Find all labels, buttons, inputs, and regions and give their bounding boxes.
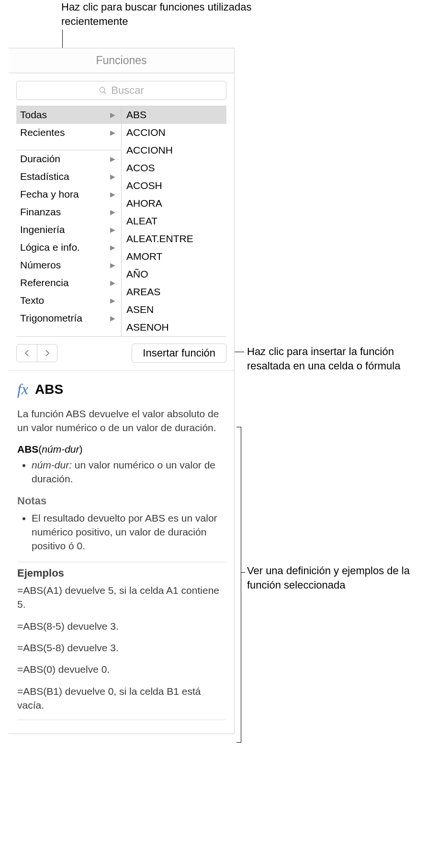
chevron-right-icon: ▶ [110,111,117,119]
nav-back-button[interactable] [17,345,37,362]
function-item[interactable]: ABS [122,106,226,124]
function-item[interactable]: ACCION [122,124,226,142]
callout-insert: Haz clic para insertar la función resalt… [247,345,419,373]
function-item[interactable]: ASEN [122,301,226,319]
notes-heading: Notas [17,495,225,507]
category-label: Ingeniería [20,224,65,235]
function-item[interactable]: AÑO [122,266,226,283]
search-placeholder: Buscar [111,84,144,97]
example-item: =ABS(0) devuelve 0. [17,662,225,676]
example-item: =ABS(A1) devuelve 5, si la celda A1 cont… [17,583,225,612]
function-item[interactable]: ACCIONH [122,142,226,159]
category-item[interactable]: Ingeniería▶ [16,221,121,239]
category-item[interactable]: Lógica e info.▶ [16,239,121,256]
function-label: ALEAT [126,215,157,227]
chevron-left-icon [24,350,30,356]
function-item[interactable]: AHORA [122,195,226,212]
divider [17,562,225,562]
parameter-list: núm-dur: un valor numérico o un valor de… [17,458,225,486]
syntax-arg: núm-dur [42,444,79,455]
function-item[interactable]: ASENOH [122,319,226,336]
parameter-item: núm-dur: un valor numérico o un valor de… [32,458,225,486]
function-item[interactable]: ACOSH [122,177,226,195]
chevron-right-icon: ▶ [110,208,117,216]
category-label: Recientes [20,127,65,138]
function-name: ABS [35,382,63,397]
function-syntax: ABS(núm-dur) [17,444,225,455]
category-label: Trigonometría [20,312,82,324]
category-label: Todas [20,109,47,121]
chevron-right-icon: ▶ [110,297,117,304]
note-item: El resultado devuelto por ABS es un valo… [32,511,225,553]
category-item[interactable]: Trigonometría▶ [16,310,121,327]
chevron-right-icon: ▶ [110,244,117,251]
functions-panel: Funciones Buscar Todas▶Recientes▶Duració… [9,48,235,734]
function-item[interactable]: AMORT [122,248,226,266]
chevron-right-icon: ▶ [110,173,117,180]
category-item[interactable]: Todas▶ [16,106,121,124]
function-detail: fx ABS La función ABS devuelve el valor … [9,370,234,734]
chevron-right-icon: ▶ [110,261,117,269]
function-item[interactable]: AREAS [122,283,226,301]
category-label: Referencia [20,277,69,289]
panel-title: Funciones [9,48,234,73]
examples-list: =ABS(A1) devuelve 5, si la celda A1 cont… [17,583,225,712]
callout-bracket-detail [236,427,241,743]
function-label: ACCION [126,127,166,138]
function-label: ASENOH [126,322,169,333]
function-browser: Todas▶Recientes▶Duración▶Estadística▶Fec… [16,106,226,337]
category-item[interactable]: Duración▶ [16,150,121,168]
example-item: =ABS(8-5) devuelve 3. [17,619,225,633]
chevron-right-icon: ▶ [110,226,117,234]
search-input[interactable]: Buscar [16,81,226,100]
function-item[interactable]: ACOS [122,159,226,177]
function-label: ACCIONH [126,145,173,156]
function-label: ACOSH [126,180,162,191]
function-label: AÑO [126,268,148,280]
chevron-right-icon: ▶ [110,314,117,322]
nav-history [16,344,57,362]
category-item[interactable]: Finanzas▶ [16,203,121,221]
insert-function-button[interactable]: Insertar función [132,344,226,363]
function-item[interactable]: ALEAT.ENTRE [122,230,226,248]
search-icon [99,86,107,95]
category-label: Texto [20,295,44,306]
nav-forward-button[interactable] [37,345,57,362]
callout-line-detail [241,572,245,573]
callout-recent: Haz clic para buscar funciones utilizada… [61,0,258,28]
fx-icon: fx [17,380,28,398]
function-description: La función ABS devuelve el valor absolut… [17,407,225,435]
example-item: =ABS(B1) devuelve 0, si la celda B1 está… [17,684,225,712]
actions-row: Insertar función [9,337,234,370]
function-label: AREAS [126,286,160,298]
category-spacer [16,142,121,150]
category-item[interactable]: Números▶ [16,256,121,274]
function-column: ABSACCIONACCIONHACOSACOSHAHORAALEATALEAT… [122,106,226,336]
category-label: Duración [20,153,60,165]
function-label: ALEAT.ENTRE [126,233,193,245]
chevron-right-icon: ▶ [110,279,117,287]
category-label: Finanzas [20,206,61,218]
example-item: =ABS(5-8) devuelve 3. [17,641,225,655]
function-label: ACOS [126,162,155,174]
category-item[interactable]: Texto▶ [16,292,121,310]
category-label: Números [20,259,61,271]
function-item[interactable]: ALEAT [122,212,226,230]
syntax-fn: ABS [17,444,38,455]
category-label: Lógica e info. [20,242,80,253]
param-name: núm-dur: [32,459,72,470]
examples-heading: Ejemplos [17,567,225,579]
category-label: Estadística [20,171,69,182]
category-column: Todas▶Recientes▶Duración▶Estadística▶Fec… [16,106,122,336]
chevron-right-icon: ▶ [110,129,117,136]
category-item[interactable]: Recientes▶ [16,124,121,142]
category-item[interactable]: Estadística▶ [16,168,121,186]
chevron-right-icon [45,350,50,356]
search-wrap: Buscar [9,73,234,106]
category-label: Fecha y hora [20,189,79,200]
callout-detail: Ver una definición y ejemplos de la func… [247,564,429,592]
chevron-right-icon: ▶ [110,155,117,163]
divider-bottom [17,720,225,720]
category-item[interactable]: Referencia▶ [16,274,121,292]
category-item[interactable]: Fecha y hora▶ [16,186,121,203]
